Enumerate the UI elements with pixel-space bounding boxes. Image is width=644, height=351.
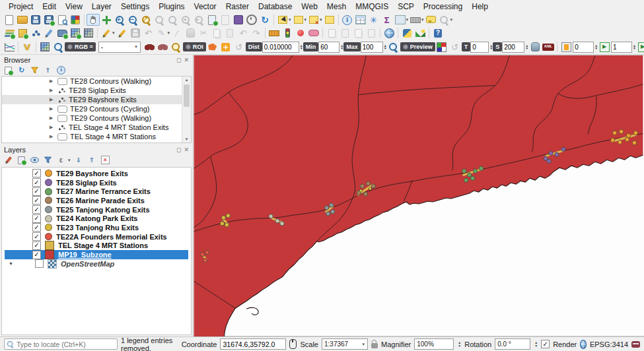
layer-item[interactable]: ▼OpenStreetMap (5, 259, 188, 269)
step2-arrow-icon[interactable]: ▶ (636, 41, 644, 53)
vertex-tool-icon[interactable] (155, 27, 168, 39)
layer-item[interactable]: ✓TE22A Founders Memorial Exits (5, 232, 188, 241)
coordinate-input[interactable] (220, 338, 286, 350)
zoom-last-icon[interactable]: ◂ (179, 14, 192, 26)
menu-item-mmqgis[interactable]: MMQGIS (351, 1, 393, 13)
radio-icon[interactable] (186, 44, 191, 49)
add-roi-icon[interactable]: + (219, 41, 233, 53)
close-panel-icon[interactable]: ✕ (184, 57, 189, 63)
paste-features-icon[interactable] (223, 27, 236, 39)
dropdown-arrow-icon[interactable]: ▾ (68, 158, 71, 163)
open-layer-styling-icon[interactable] (3, 155, 14, 165)
toggle-editing-icon[interactable] (116, 27, 129, 39)
expand-arrow-icon[interactable]: ▶ (50, 88, 55, 93)
min-input[interactable] (318, 42, 340, 53)
radio-icon[interactable] (67, 44, 73, 49)
spinner-icon[interactable]: ▲▼ (384, 44, 387, 50)
map-canvas[interactable] (193, 55, 644, 336)
rotation-spinbox[interactable]: 0.0 ° (495, 338, 530, 350)
spectral-plot-icon[interactable] (3, 41, 16, 53)
nominatim-search-icon[interactable] (438, 14, 451, 26)
paste-layer-icon[interactable] (365, 27, 378, 39)
menu-item-mesh[interactable]: Mesh (322, 1, 351, 13)
expand-arrow-icon[interactable]: ▶ (50, 115, 55, 121)
spinner-icon[interactable]: ▲▼ (458, 341, 461, 347)
zoom-to-layer-icon[interactable] (166, 14, 179, 26)
browser-item[interactable]: ▶TE29 Contours (Cycling) (2, 104, 182, 113)
copy-style-icon[interactable] (325, 27, 338, 39)
menu-item-database[interactable]: Database (254, 1, 297, 13)
collapse-all-icon[interactable] (42, 65, 54, 75)
new-project-icon[interactable] (3, 14, 16, 26)
zoom-to-selection-icon[interactable] (153, 14, 166, 26)
magnifier-spinbox[interactable]: 100% (414, 338, 454, 350)
zoom-next-icon[interactable]: ▸ (192, 14, 205, 26)
browser-item[interactable]: ▶TEL Stage 4 MRT Stations (2, 132, 182, 141)
layout-manager-icon[interactable] (55, 14, 69, 26)
locate-input[interactable] (4, 338, 118, 350)
split-features-icon[interactable] (170, 27, 184, 39)
layer-visibility-checkbox[interactable]: ✓ (32, 169, 41, 177)
deselect-features-icon[interactable] (307, 14, 320, 26)
layer-item[interactable]: ✓MP19_Subzone (5, 250, 188, 259)
box1-input[interactable] (611, 42, 632, 53)
add-virtual-layer-icon[interactable] (82, 27, 95, 39)
browser-item[interactable]: ▶TE28 Siglap Exits (2, 86, 182, 95)
processing-toolbox-icon[interactable] (367, 14, 380, 26)
properties-widget-icon[interactable]: i (55, 65, 67, 75)
expand-all-icon[interactable] (73, 155, 85, 165)
select-features-by-value-icon[interactable] (292, 14, 305, 26)
capsule-plugin-icon[interactable] (307, 27, 320, 39)
zoom-out-icon[interactable]: − (126, 14, 139, 26)
filter-legend-icon[interactable] (42, 155, 54, 165)
t-input[interactable] (470, 42, 489, 53)
band-set-icon[interactable] (38, 41, 52, 53)
rollback-edits-icon[interactable] (142, 27, 155, 39)
browser-item[interactable]: ▶Th (2, 141, 182, 143)
crs-value[interactable]: EPSG:3414 (590, 340, 628, 348)
redo-preview-icon[interactable] (448, 41, 462, 53)
dist-input[interactable] (262, 42, 299, 53)
scroll-thumb[interactable] (184, 84, 190, 107)
temporal-controller-icon[interactable] (245, 14, 258, 26)
close-panel-icon[interactable]: ✕ (184, 146, 189, 153)
add-polygon-layer-icon[interactable] (55, 27, 69, 39)
expand-arrow-icon[interactable]: ▶ (50, 79, 55, 84)
local-stretch-icon[interactable] (143, 41, 157, 53)
add-oracle-layer-icon[interactable] (16, 27, 29, 39)
layer-item[interactable]: ✓TE26 Marine Parade Exits (5, 196, 188, 205)
statistics-icon[interactable] (380, 14, 394, 26)
rgb-combo[interactable]: -▾ (98, 42, 141, 53)
identify-features-icon[interactable]: i (341, 14, 354, 26)
layer-item[interactable]: ✓TE29 Bayshore Exits (5, 169, 188, 178)
menu-item-help[interactable]: Help (467, 1, 493, 13)
collapse-all-icon[interactable] (87, 155, 98, 165)
layer-visibility-checkbox[interactable]: ✓ (32, 205, 41, 214)
menu-item-edit[interactable]: Edit (38, 1, 61, 13)
delete-selected-icon[interactable] (184, 27, 197, 39)
menu-item-web[interactable]: Web (297, 1, 322, 13)
cut-features-icon[interactable] (197, 27, 210, 39)
traffic-lights-plugin-icon[interactable] (281, 27, 294, 39)
redo-roi-icon[interactable] (233, 41, 246, 53)
ruler-plugin-icon[interactable] (268, 27, 281, 39)
expand-arrow-icon[interactable]: ▶ (50, 125, 55, 130)
copy-features-icon[interactable] (210, 27, 223, 39)
menu-item-project[interactable]: Project (4, 1, 38, 13)
zoom-full-icon[interactable]: ⤢ (139, 14, 153, 26)
crs-globe-icon[interactable] (580, 340, 587, 349)
browser-item[interactable]: ▶TE28 Contours (Walking) (2, 77, 182, 86)
scp-hill-icon[interactable] (413, 27, 427, 39)
layer-visibility-checkbox[interactable]: ✓ (32, 196, 41, 205)
menu-item-raster[interactable]: Raster (221, 1, 254, 13)
undock-panel-icon[interactable]: ◻ (176, 57, 181, 63)
save-temp-roi-icon[interactable] (528, 41, 542, 53)
layer-visibility-checkbox[interactable]: ✓ (32, 251, 41, 259)
data-source-manager-icon[interactable] (3, 27, 16, 39)
add-selected-layer-icon[interactable] (3, 65, 14, 75)
box0-input[interactable] (573, 42, 594, 53)
create-roi-polygon-icon[interactable] (206, 41, 219, 53)
bookmarks-icon[interactable] (232, 14, 245, 26)
refresh-browser-icon[interactable] (16, 65, 27, 75)
rgb-composite-icon[interactable] (435, 41, 448, 53)
